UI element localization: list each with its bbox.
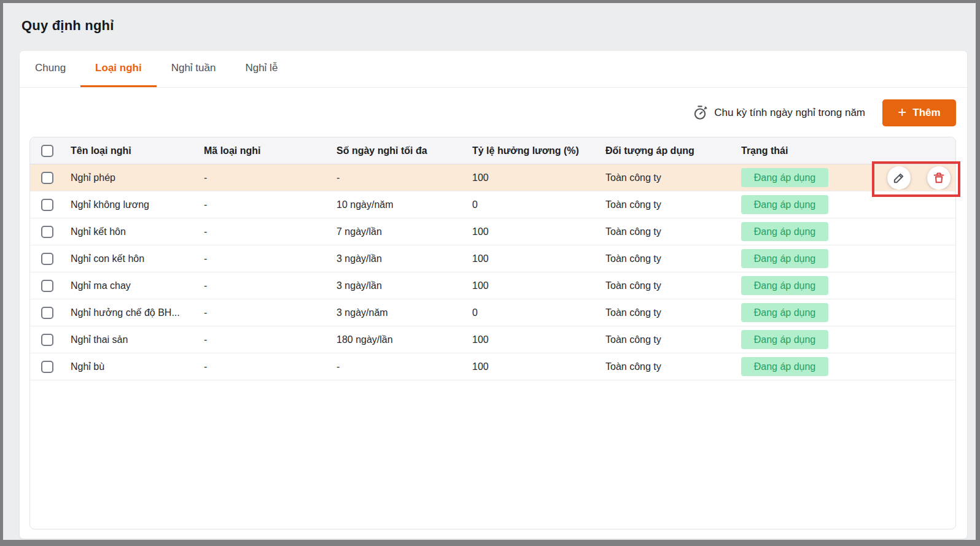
cell-apply-to: Toàn công ty bbox=[605, 172, 741, 183]
header-salary-pct: Tỷ lệ hưởng lương (%) bbox=[472, 145, 605, 156]
cell-actions bbox=[858, 166, 955, 190]
row-checkbox[interactable] bbox=[41, 199, 53, 211]
table-body: Nghỉ phép - - 100 Toàn công ty Đang áp d… bbox=[30, 164, 955, 380]
cell-name: Nghỉ con kết hôn bbox=[71, 253, 204, 264]
cell-apply-to: Toàn công ty bbox=[605, 199, 741, 210]
status-badge: Đang áp dụng bbox=[741, 222, 828, 241]
status-badge: Đang áp dụng bbox=[741, 195, 828, 214]
content-card: Chung Loại nghỉ Nghỉ tuần Nghỉ lễ Chu kỳ… bbox=[20, 51, 967, 539]
add-button[interactable]: + Thêm bbox=[882, 99, 956, 126]
row-checkbox[interactable] bbox=[41, 361, 53, 373]
cell-code: - bbox=[204, 334, 336, 345]
tab-chung[interactable]: Chung bbox=[20, 51, 80, 87]
cell-salary-pct: 100 bbox=[472, 334, 605, 345]
stopwatch-icon bbox=[692, 105, 708, 121]
table-row: Nghỉ ma chay - 3 ngày/lần 100 Toàn công … bbox=[30, 272, 955, 299]
cell-apply-to: Toàn công ty bbox=[605, 253, 741, 264]
row-checkbox[interactable] bbox=[41, 226, 53, 238]
cell-apply-to: Toàn công ty bbox=[605, 307, 741, 318]
table-row: Nghỉ phép - - 100 Toàn công ty Đang áp d… bbox=[30, 164, 955, 191]
page-title: Quy định nghỉ bbox=[21, 18, 114, 34]
cell-name: Nghỉ bù bbox=[71, 361, 204, 372]
cell-salary-pct: 0 bbox=[472, 199, 605, 210]
cell-salary-pct: 100 bbox=[472, 361, 605, 372]
tab-loai-nghi[interactable]: Loại nghỉ bbox=[80, 51, 157, 87]
cell-code: - bbox=[204, 361, 336, 372]
cell-max-days: 180 ngày/lần bbox=[336, 334, 472, 345]
table-row: Nghỉ hưởng chế độ BH... - 3 ngày/năm 0 T… bbox=[30, 299, 955, 326]
status-badge: Đang áp dụng bbox=[741, 330, 828, 349]
cell-salary-pct: 100 bbox=[472, 226, 605, 237]
header-status: Trạng thái bbox=[741, 145, 858, 156]
row-checkbox[interactable] bbox=[41, 172, 53, 184]
cell-max-days: 7 ngày/lần bbox=[336, 226, 472, 237]
status-badge: Đang áp dụng bbox=[741, 357, 828, 376]
trash-icon bbox=[932, 171, 946, 185]
header-apply-to: Đối tượng áp dụng bbox=[605, 145, 741, 156]
cell-apply-to: Toàn công ty bbox=[605, 226, 741, 237]
header-code: Mã loại nghỉ bbox=[204, 145, 336, 156]
edit-button[interactable] bbox=[887, 166, 911, 190]
cell-max-days: 3 ngày/lần bbox=[336, 280, 472, 291]
cell-code: - bbox=[204, 253, 336, 264]
table-row: Nghỉ không lương - 10 ngày/năm 0 Toàn cô… bbox=[30, 191, 955, 218]
cell-code: - bbox=[204, 199, 336, 210]
row-checkbox[interactable] bbox=[41, 280, 53, 292]
header-max-days: Số ngày nghỉ tối đa bbox=[336, 145, 472, 156]
cell-code: - bbox=[204, 280, 336, 291]
table-row: Nghỉ thai sản - 180 ngày/lần 100 Toàn cô… bbox=[30, 326, 955, 353]
delete-button[interactable] bbox=[927, 166, 951, 190]
cell-name: Nghỉ kết hôn bbox=[71, 226, 204, 237]
cell-max-days: 3 ngày/lần bbox=[336, 253, 472, 264]
row-checkbox[interactable] bbox=[41, 307, 53, 319]
cell-max-days: 3 ngày/năm bbox=[336, 307, 472, 318]
table-row: Nghỉ con kết hôn - 3 ngày/lần 100 Toàn c… bbox=[30, 245, 955, 272]
cell-name: Nghỉ hưởng chế độ BH... bbox=[71, 307, 204, 318]
leave-types-table: Tên loại nghỉ Mã loại nghỉ Số ngày nghỉ … bbox=[29, 137, 956, 529]
tab-nghi-le[interactable]: Nghỉ lễ bbox=[230, 51, 292, 87]
plus-icon: + bbox=[898, 105, 906, 120]
cell-apply-to: Toàn công ty bbox=[605, 361, 741, 372]
cell-max-days: 10 ngày/năm bbox=[336, 199, 472, 210]
cell-name: Nghỉ phép bbox=[71, 172, 204, 183]
cycle-link[interactable]: Chu kỳ tính ngày nghỉ trong năm bbox=[692, 105, 865, 121]
screenshot-frame: Quy định nghỉ Chung Loại nghỉ Nghỉ tuần … bbox=[0, 0, 980, 546]
status-badge: Đang áp dụng bbox=[741, 168, 828, 187]
cell-salary-pct: 0 bbox=[472, 307, 605, 318]
status-badge: Đang áp dụng bbox=[741, 249, 828, 268]
cell-max-days: - bbox=[336, 172, 472, 183]
tab-bar: Chung Loại nghỉ Nghỉ tuần Nghỉ lễ bbox=[20, 51, 967, 88]
pencil-icon bbox=[892, 171, 906, 185]
cell-salary-pct: 100 bbox=[472, 253, 605, 264]
row-checkbox[interactable] bbox=[41, 334, 53, 346]
select-all-checkbox[interactable] bbox=[41, 145, 53, 157]
cell-code: - bbox=[204, 307, 336, 318]
row-checkbox[interactable] bbox=[41, 253, 53, 265]
cell-name: Nghỉ ma chay bbox=[71, 280, 204, 291]
status-badge: Đang áp dụng bbox=[741, 276, 828, 295]
cell-code: - bbox=[204, 172, 336, 183]
table-row: Nghỉ bù - - 100 Toàn công ty Đang áp dụn… bbox=[30, 353, 955, 380]
add-button-label: Thêm bbox=[912, 107, 940, 119]
cell-salary-pct: 100 bbox=[472, 172, 605, 183]
cell-code: - bbox=[204, 226, 336, 237]
cell-salary-pct: 100 bbox=[472, 280, 605, 291]
header-name: Tên loại nghỉ bbox=[71, 145, 204, 156]
toolbar: Chu kỳ tính ngày nghỉ trong năm + Thêm bbox=[20, 88, 956, 137]
cell-apply-to: Toàn công ty bbox=[605, 334, 741, 345]
tab-nghi-tuan[interactable]: Nghỉ tuần bbox=[157, 51, 231, 87]
cell-name: Nghỉ không lương bbox=[71, 199, 204, 210]
cell-apply-to: Toàn công ty bbox=[605, 280, 741, 291]
cell-max-days: - bbox=[336, 361, 472, 372]
table-header-row: Tên loại nghỉ Mã loại nghỉ Số ngày nghỉ … bbox=[30, 137, 955, 164]
table-row: Nghỉ kết hôn - 7 ngày/lần 100 Toàn công … bbox=[30, 218, 955, 245]
cell-name: Nghỉ thai sản bbox=[71, 334, 204, 345]
cycle-link-label: Chu kỳ tính ngày nghỉ trong năm bbox=[714, 107, 865, 119]
status-badge: Đang áp dụng bbox=[741, 303, 828, 322]
